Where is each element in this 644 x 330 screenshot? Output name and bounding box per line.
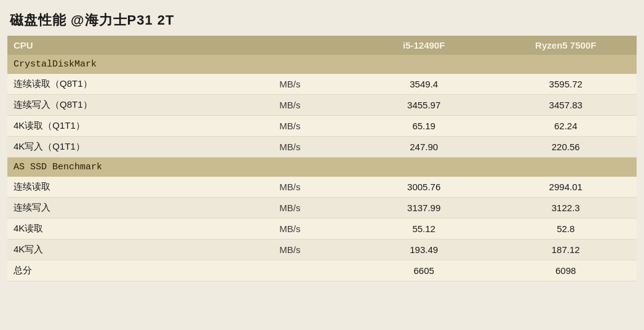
row-cpu2-value: 3122.3 xyxy=(495,198,637,219)
row-unit: MB/s xyxy=(273,198,353,219)
row-label: 连续写入 xyxy=(7,198,273,219)
row-label: 连续读取（Q8T1） xyxy=(7,74,273,95)
row-unit: MB/s xyxy=(273,177,353,198)
table-row: 4K读取 MB/s 55.12 52.8 xyxy=(7,219,637,239)
cpu-column-label: CPU xyxy=(7,36,273,55)
row-unit: MB/s xyxy=(273,95,353,116)
row-label: 连续读取 xyxy=(7,177,273,198)
table-row: 连续读取（Q8T1） MB/s 3549.4 3595.72 xyxy=(7,74,637,95)
row-cpu2-value: 2994.01 xyxy=(495,177,637,198)
row-label: 4K写入（Q1T1） xyxy=(7,137,273,158)
row-label: 4K写入 xyxy=(7,239,273,260)
section-header-0: CrystalDiskMark xyxy=(7,55,637,74)
table-row: 4K写入 MB/s 193.49 187.12 xyxy=(7,239,637,260)
row-unit xyxy=(273,260,353,281)
row-cpu2-value: 62.24 xyxy=(495,116,637,137)
row-cpu1-value: 193.49 xyxy=(353,239,495,260)
table-row: 4K写入（Q1T1） MB/s 247.90 220.56 xyxy=(7,137,637,158)
table-body: CrystalDiskMark 连续读取（Q8T1） MB/s 3549.4 3… xyxy=(7,55,637,281)
row-label: 总分 xyxy=(7,260,273,281)
row-cpu1-value: 3549.4 xyxy=(353,74,495,95)
section-label: CrystalDiskMark xyxy=(7,55,637,74)
table-row: 总分 6605 6098 xyxy=(7,260,637,281)
row-cpu1-value: 3005.76 xyxy=(353,177,495,198)
row-cpu1-value: 6605 xyxy=(353,260,495,281)
section-label: AS SSD Benchmark xyxy=(7,158,637,177)
main-container: 磁盘性能 @海力士P31 2T CPU i5-12490F Ryzen5 750… xyxy=(0,0,644,288)
row-cpu2-value: 3457.83 xyxy=(495,95,637,116)
row-cpu1-value: 55.12 xyxy=(353,219,495,239)
row-unit: MB/s xyxy=(273,239,353,260)
table-row: 4K读取（Q1T1） MB/s 65.19 62.24 xyxy=(7,116,637,137)
row-unit: MB/s xyxy=(273,219,353,239)
table-row: 连续读取 MB/s 3005.76 2994.01 xyxy=(7,177,637,198)
benchmark-table: CPU i5-12490F Ryzen5 7500F CrystalDiskMa… xyxy=(7,36,637,281)
row-cpu2-value: 187.12 xyxy=(495,239,637,260)
row-label: 4K读取（Q1T1） xyxy=(7,116,273,137)
cpu1-header: i5-12490F xyxy=(353,36,495,55)
cpu2-header: Ryzen5 7500F xyxy=(495,36,637,55)
row-unit: MB/s xyxy=(273,116,353,137)
page-title: 磁盘性能 @海力士P31 2T xyxy=(7,6,637,36)
row-cpu1-value: 247.90 xyxy=(353,137,495,158)
unit-column-header xyxy=(273,36,353,55)
section-header-1: AS SSD Benchmark xyxy=(7,158,637,177)
row-cpu1-value: 65.19 xyxy=(353,116,495,137)
row-cpu1-value: 3137.99 xyxy=(353,198,495,219)
table-header-row: CPU i5-12490F Ryzen5 7500F xyxy=(7,36,637,55)
row-cpu2-value: 6098 xyxy=(495,260,637,281)
row-cpu1-value: 3455.97 xyxy=(353,95,495,116)
table-row: 连续写入 MB/s 3137.99 3122.3 xyxy=(7,198,637,219)
table-row: 连续写入（Q8T1） MB/s 3455.97 3457.83 xyxy=(7,95,637,116)
row-cpu2-value: 52.8 xyxy=(495,219,637,239)
row-label: 4K读取 xyxy=(7,219,273,239)
row-cpu2-value: 3595.72 xyxy=(495,74,637,95)
row-unit: MB/s xyxy=(273,74,353,95)
row-cpu2-value: 220.56 xyxy=(495,137,637,158)
row-unit: MB/s xyxy=(273,137,353,158)
row-label: 连续写入（Q8T1） xyxy=(7,95,273,116)
